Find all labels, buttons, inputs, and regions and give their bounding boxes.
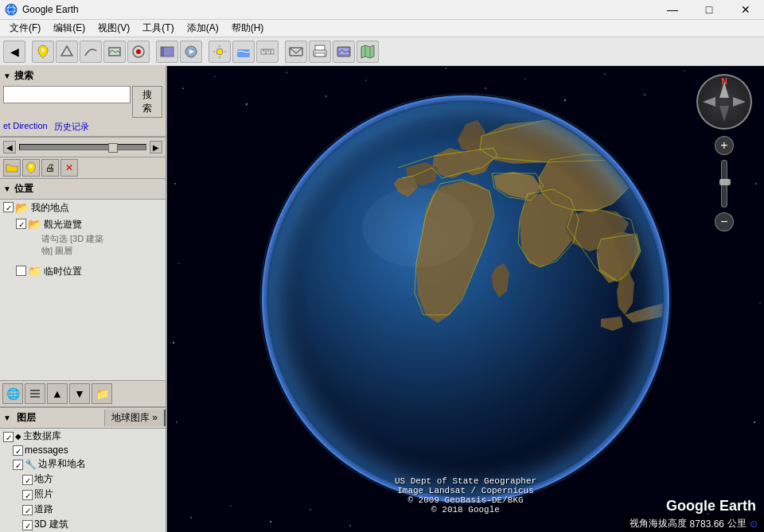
roads-checkbox[interactable]: [22, 505, 33, 515]
time-slider-section: ◀ ▶: [0, 138, 166, 157]
svg-rect-35: [30, 393, 40, 394]
toolbar-image-overlay[interactable]: [103, 41, 126, 63]
delete-btn[interactable]: ✕: [60, 159, 78, 177]
tourism-label: 觀光遊覽: [44, 218, 82, 231]
search-section: 搜索 搜索 et Direction 历史记录: [0, 66, 166, 138]
messages-checkbox[interactable]: [13, 445, 23, 456]
toolbar-print[interactable]: [309, 41, 331, 63]
search-button[interactable]: 搜索: [132, 86, 162, 118]
svg-point-13: [216, 49, 223, 55]
app-icon: [5, 3, 18, 16]
compass-ring[interactable]: N: [696, 74, 752, 130]
menu-help[interactable]: 帮助(H): [225, 20, 271, 37]
svg-point-67: [754, 421, 755, 423]
slider-left-arrow[interactable]: ◀: [3, 141, 16, 153]
toolbar-tour[interactable]: [180, 41, 202, 63]
svg-point-73: [362, 188, 474, 267]
toolbar-placemark[interactable]: [32, 41, 54, 63]
add-placemark-btn[interactable]: [22, 159, 40, 177]
temp-places-checkbox[interactable]: [16, 266, 26, 276]
menu-add[interactable]: 添加(A): [181, 20, 225, 37]
search-header[interactable]: 搜索: [3, 69, 162, 83]
history-link[interactable]: 历史记录: [54, 121, 89, 133]
gallery-button[interactable]: 地球图库 »: [104, 410, 166, 426]
toolbar-back[interactable]: ◀: [3, 41, 25, 63]
svg-point-43: [365, 80, 366, 80]
layers-header-row: 图层 地球图库 »: [0, 407, 166, 429]
toolbar-hide-sidebar[interactable]: [156, 41, 178, 63]
3d-note: 请勾选 [3D 建築: [0, 233, 166, 245]
bt-up-btn[interactable]: ▲: [47, 383, 68, 404]
compass-north-arrow: [719, 82, 729, 98]
places-header[interactable]: 位置: [0, 179, 166, 200]
places-layer[interactable]: 地方: [0, 472, 166, 487]
menu-tools[interactable]: 工具(T): [136, 20, 180, 37]
globe-area[interactable]: N + − US Dept of State: [167, 66, 764, 532]
photos-label: 照片: [34, 487, 53, 501]
3d-buildings-label: 3D 建筑: [34, 518, 68, 531]
borders-layer[interactable]: 🔧 边界和地名: [0, 456, 166, 472]
zoom-slider-track[interactable]: [721, 160, 727, 208]
3d-buildings-layer[interactable]: 3D 建筑: [0, 517, 166, 532]
toolbar-path[interactable]: [80, 41, 102, 63]
toolbar-polygon[interactable]: [56, 41, 78, 63]
roads-layer[interactable]: 道路: [0, 502, 166, 517]
toolbar-maps[interactable]: [357, 41, 379, 63]
minimize-button[interactable]: —: [654, 0, 691, 20]
close-button[interactable]: ✕: [727, 0, 764, 20]
menu-file[interactable]: 文件(F): [3, 20, 47, 37]
toolbar-save-image[interactable]: [333, 41, 355, 63]
my-places-label: 我的地点: [31, 201, 69, 215]
window-controls: — □ ✕: [654, 0, 764, 20]
my-places-item[interactable]: 📂 我的地点: [0, 200, 166, 216]
bt-folder-btn[interactable]: 📁: [92, 383, 112, 404]
svg-point-72: [268, 102, 663, 496]
menu-edit[interactable]: 编辑(E): [47, 20, 92, 37]
add-folder-btn[interactable]: [3, 159, 21, 177]
borders-checkbox[interactable]: [13, 460, 23, 470]
zoom-out-button[interactable]: −: [715, 212, 734, 231]
svg-point-54: [190, 517, 192, 518]
toolbar-sun[interactable]: [209, 41, 231, 63]
toolbar-ruler[interactable]: [256, 41, 279, 63]
status-bar: 视角海拔高度 8783.66 公里 ⊙: [623, 515, 764, 532]
3d-buildings-checkbox[interactable]: [22, 520, 33, 530]
temp-places-item[interactable]: 📁 临时位置: [0, 263, 166, 280]
tourism-item[interactable]: 📂 觀光遊覽: [0, 216, 166, 233]
bt-globe-btn[interactable]: 🌐: [2, 383, 23, 404]
compass-south-arrow: [719, 106, 729, 122]
photos-checkbox[interactable]: [22, 490, 33, 500]
zoom-slider-thumb[interactable]: [719, 179, 731, 185]
search-input[interactable]: [3, 86, 131, 103]
fly-to-link[interactable]: et Direction: [3, 121, 48, 133]
earth-globe[interactable]: [259, 92, 672, 506]
compass[interactable]: N: [696, 74, 752, 130]
places-layer-checkbox[interactable]: [22, 475, 33, 485]
primary-db-checkbox[interactable]: [3, 432, 14, 442]
slider-thumb[interactable]: [108, 143, 118, 153]
messages-layer[interactable]: messages: [0, 444, 166, 456]
layers-header[interactable]: 图层: [0, 408, 104, 428]
time-slider[interactable]: [19, 144, 146, 150]
menu-view[interactable]: 视图(V): [92, 20, 136, 37]
primary-db-layer[interactable]: ◆ 主数据库: [0, 429, 166, 444]
svg-point-39: [214, 76, 215, 76]
svg-point-4: [41, 49, 45, 52]
print-btn[interactable]: 🖨: [41, 159, 59, 177]
maximize-button[interactable]: □: [691, 0, 727, 20]
svg-rect-36: [30, 396, 40, 398]
toolbar-record-tour[interactable]: [127, 41, 150, 63]
toolbar-email[interactable]: [285, 41, 307, 63]
my-places-checkbox[interactable]: [3, 202, 14, 212]
photos-layer[interactable]: 照片: [0, 487, 166, 502]
status-unit: 公里: [727, 517, 746, 530]
bt-list-btn[interactable]: [25, 383, 45, 404]
tourism-checkbox[interactable]: [16, 219, 26, 229]
slider-right-arrow[interactable]: ▶: [150, 141, 162, 153]
zoom-in-button[interactable]: +: [715, 136, 734, 155]
svg-point-58: [349, 525, 351, 526]
svg-point-57: [310, 509, 310, 510]
bt-down-btn[interactable]: ▼: [69, 383, 90, 404]
toolbar-water[interactable]: [232, 41, 255, 63]
svg-point-38: [182, 87, 184, 89]
